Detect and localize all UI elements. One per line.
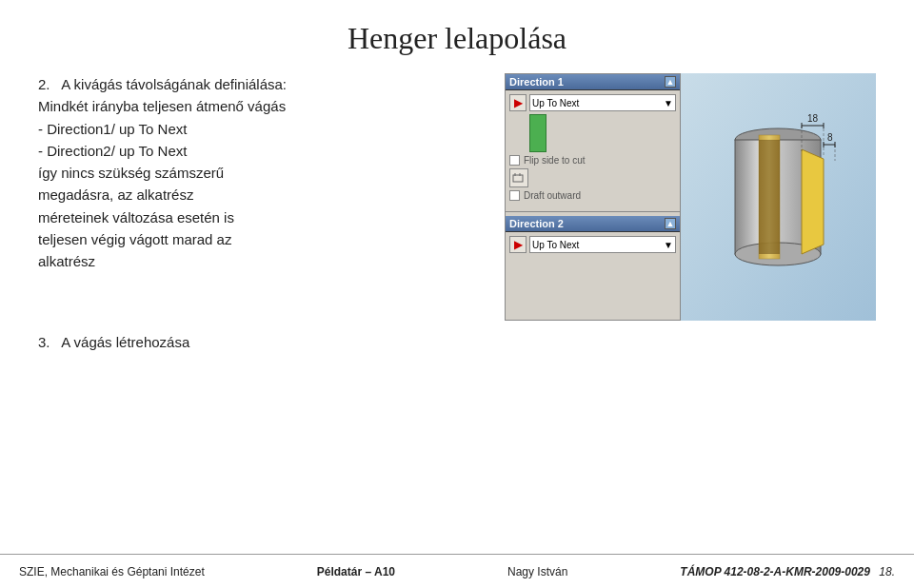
footer-course: Példatár – A10 [317, 565, 395, 578]
section3-title: A vágás létrehozása [61, 334, 189, 350]
cad-view: 18 8 [681, 73, 876, 321]
panel-area: Direction 1 ▲ ▶ Up To Next ▼ [505, 73, 876, 321]
direction1-dropdown-label: Up To Next [532, 98, 579, 108]
page-title: Henger lelapolása [0, 0, 914, 73]
panel-divider [506, 211, 680, 212]
direction2-header: Direction 2 ▲ [506, 216, 680, 232]
footer-institution: SZIE, Mechanikai és Géptani Intézet [19, 565, 205, 578]
direction2-dropdown-arrow: ▼ [664, 240, 673, 250]
section2-line4: így nincs szükség számszerű [38, 162, 486, 184]
section2-line8: alkatrész [38, 250, 486, 272]
section3-text: 3. A vágás létrehozása [38, 334, 876, 350]
direction2-collapse-btn[interactable]: ▲ [665, 218, 676, 229]
direction2-row: ▶ Up To Next ▼ [509, 236, 676, 253]
direction2-dropdown[interactable]: Up To Next ▼ [529, 236, 676, 253]
direction2-flip-arrow[interactable]: ▶ [509, 236, 527, 253]
draft-outward-label: Draft outward [524, 190, 581, 201]
cad-svg: 18 8 [681, 73, 876, 321]
section2-line3: - Direction2/ up To Next [38, 140, 486, 162]
section3-area: 3. A vágás létrehozása [0, 321, 914, 350]
footer-project-code: TÁMOP 412-08-2-A-KMR-2009-0029 [680, 565, 870, 578]
svg-text:18: 18 [807, 113, 819, 124]
section2-line6: méreteinek változása esetén is [38, 206, 486, 228]
section3-number: 3. [38, 334, 50, 350]
direction1-green-indicator [529, 114, 546, 152]
direction1-green-row [509, 114, 676, 152]
sw-dialog-panel: Direction 1 ▲ ▶ Up To Next ▼ [505, 73, 681, 321]
section2-line7: teljesen végig vágott marad az [38, 228, 486, 250]
text-area: 2. A kivágás távolságának definiálása: M… [38, 73, 486, 321]
flip-side-label: Flip side to cut [524, 155, 585, 166]
direction1-icon-btn[interactable] [509, 168, 528, 187]
direction2-label: Direction 2 [509, 218, 564, 229]
svg-marker-9 [802, 149, 824, 254]
section2-number: 2. [38, 76, 50, 92]
section2-header: 2. A kivágás távolságának definiálása: [38, 73, 486, 95]
section2-title: A kivágás távolságának definiálása: [61, 76, 287, 92]
main-content: 2. A kivágás távolságának definiálása: M… [0, 73, 914, 321]
svg-rect-8 [759, 140, 780, 254]
direction1-collapse-btn[interactable]: ▲ [665, 76, 676, 88]
direction2-dropdown-label: Up To Next [532, 240, 579, 250]
section2-line1: Mindkét irányba teljesen átmenő vágás [38, 95, 486, 117]
footer: SZIE, Mechanikai és Géptani Intézet Péld… [0, 554, 914, 588]
svg-text:8: 8 [827, 132, 833, 143]
direction1-flip-arrow[interactable]: ▶ [509, 94, 527, 111]
direction1-dropdown[interactable]: Up To Next ▼ [529, 94, 676, 111]
draft-outward-checkbox[interactable] [509, 190, 520, 201]
direction1-dropdown-arrow: ▼ [664, 98, 673, 108]
direction2-content: ▶ Up To Next ▼ [506, 232, 680, 260]
direction1-content: ▶ Up To Next ▼ Flip side to cut [506, 90, 680, 207]
flip-side-checkbox[interactable] [509, 155, 520, 166]
section2-line5: megadásra, az alkatrész [38, 184, 486, 206]
svg-rect-0 [513, 175, 523, 182]
direction1-label: Direction 1 [509, 76, 564, 88]
footer-page-number: 18. [879, 565, 895, 578]
footer-project: TÁMOP 412-08-2-A-KMR-2009-0029 18. [680, 565, 895, 578]
direction1-header: Direction 1 ▲ [506, 74, 680, 90]
footer-author: Nagy István [507, 565, 567, 578]
direction1-row: ▶ Up To Next ▼ [509, 94, 676, 111]
section2-line2: - Direction1/ up To Next [38, 118, 486, 140]
draft-outward-row: Draft outward [509, 190, 676, 201]
flip-side-row: Flip side to cut [509, 155, 676, 166]
